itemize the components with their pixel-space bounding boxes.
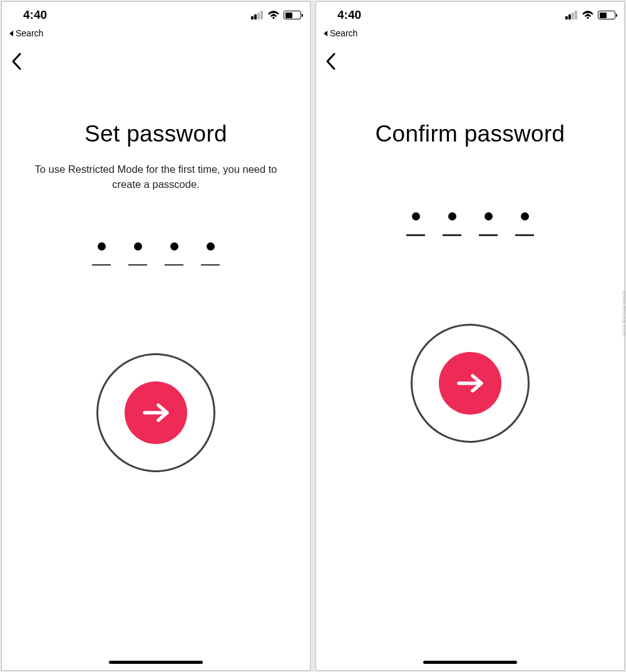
nav-bar	[2, 41, 310, 71]
passcode-input[interactable]	[92, 242, 220, 266]
wifi-icon	[582, 11, 594, 19]
status-bar: 4:40	[2, 2, 310, 28]
status-time: 4:40	[337, 8, 361, 22]
passcode-dot-icon	[134, 242, 142, 251]
back-button[interactable]	[11, 52, 301, 71]
content-area: Set password To use Restricted Mode for …	[2, 71, 310, 670]
arrow-right-icon	[142, 402, 170, 423]
passcode-digit	[443, 212, 461, 236]
page-title: Confirm password	[376, 121, 565, 147]
passcode-dot-icon	[412, 212, 420, 220]
cellular-signal-icon	[251, 11, 264, 19]
breadcrumb-back-to-search[interactable]: Search	[316, 28, 624, 41]
page-title: Set password	[85, 121, 227, 147]
breadcrumb-back-icon	[322, 30, 328, 37]
passcode-input[interactable]	[406, 212, 534, 236]
status-time: 4:40	[23, 8, 47, 22]
next-button[interactable]	[439, 352, 501, 415]
home-indicator[interactable]	[109, 661, 203, 664]
passcode-dot-icon	[448, 212, 456, 220]
passcode-dot-icon	[521, 212, 529, 220]
wifi-icon	[267, 11, 280, 19]
passcode-digit	[92, 242, 111, 266]
status-bar: 4:40	[316, 2, 624, 28]
arrow-right-icon	[456, 373, 484, 394]
breadcrumb-back-icon	[8, 30, 14, 37]
next-button[interactable]	[125, 381, 187, 444]
passcode-digit	[201, 242, 220, 266]
breadcrumb-label: Search	[16, 28, 43, 38]
nav-bar	[316, 41, 624, 71]
status-icons	[251, 11, 301, 19]
next-button-ring	[96, 353, 215, 472]
passcode-dot-icon	[98, 242, 106, 251]
passcode-digit	[515, 212, 534, 236]
phone-screen-confirm-password: 4:40 Search Confirm password	[316, 1, 625, 671]
passcode-digit	[406, 212, 425, 236]
passcode-dot-icon	[170, 242, 178, 251]
passcode-digit	[165, 242, 183, 266]
passcode-digit	[479, 212, 498, 236]
chevron-left-icon	[11, 52, 22, 71]
back-button[interactable]	[325, 52, 615, 71]
cellular-signal-icon	[565, 11, 578, 19]
breadcrumb-back-to-search[interactable]: Search	[2, 28, 310, 41]
battery-icon	[284, 11, 301, 19]
breadcrumb-label: Search	[330, 28, 357, 38]
home-indicator[interactable]	[423, 661, 517, 664]
battery-icon	[598, 11, 615, 19]
passcode-dot-icon	[485, 212, 493, 220]
phone-screen-set-password: 4:40 Search Set password To use Restrict…	[1, 1, 310, 671]
page-subtitle: To use Restricted Mode for the first tim…	[21, 162, 290, 192]
content-area: Confirm password	[316, 71, 624, 670]
status-icons	[565, 11, 615, 19]
passcode-digit	[128, 242, 147, 266]
chevron-left-icon	[325, 52, 336, 71]
watermark: www.deuaq.com	[622, 291, 626, 336]
passcode-dot-icon	[207, 242, 215, 251]
next-button-ring	[411, 324, 530, 443]
